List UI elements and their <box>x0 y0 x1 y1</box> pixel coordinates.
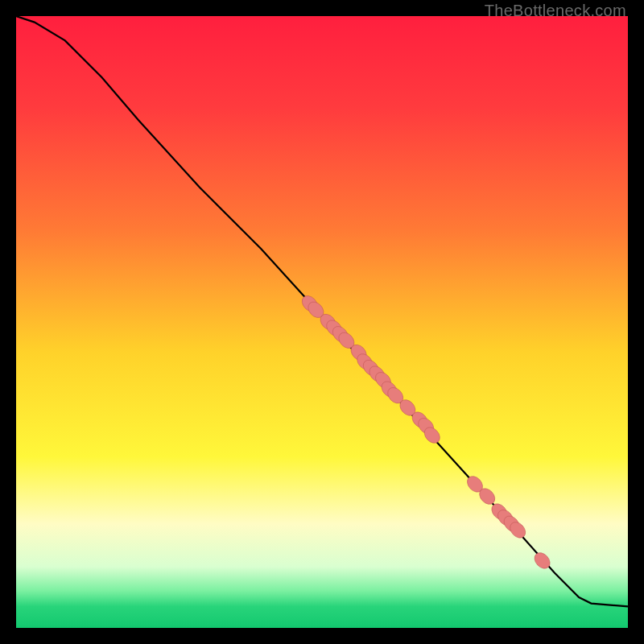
plot-area <box>16 16 628 628</box>
chart-frame: TheBottleneck.com <box>0 0 644 644</box>
data-point <box>531 550 553 572</box>
scatter-points <box>16 16 628 628</box>
